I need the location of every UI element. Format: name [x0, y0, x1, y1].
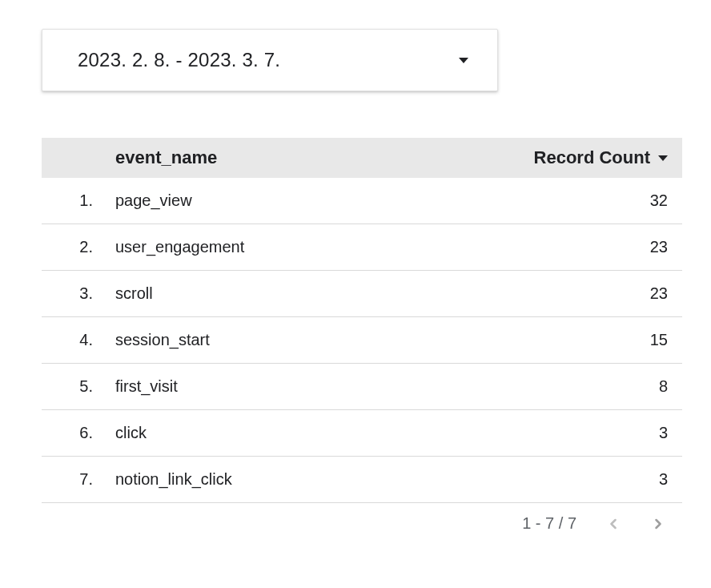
caret-down-icon — [459, 58, 468, 63]
table-body: 1.page_view322.user_engagement233.scroll… — [42, 178, 682, 503]
table-row: 3.scroll23 — [42, 271, 682, 317]
row-record-count: 8 — [490, 377, 682, 396]
row-index: 2. — [42, 238, 115, 256]
row-index: 4. — [42, 331, 115, 349]
row-record-count: 32 — [490, 191, 682, 210]
row-event-name: first_visit — [115, 377, 490, 396]
header-record-count-label: Record Count — [534, 147, 650, 168]
table-header-row: event_name Record Count — [42, 138, 682, 178]
table-row: 6.click3 — [42, 410, 682, 457]
row-index: 3. — [42, 284, 115, 303]
row-index: 6. — [42, 424, 115, 442]
row-index: 7. — [42, 470, 115, 489]
row-record-count: 23 — [490, 238, 682, 256]
row-event-name: click — [115, 424, 490, 442]
row-event-name: session_start — [115, 331, 490, 349]
row-index: 5. — [42, 377, 115, 396]
header-record-count[interactable]: Record Count — [490, 147, 682, 168]
row-index: 1. — [42, 191, 115, 210]
pagination-info: 1 - 7 / 7 — [522, 514, 576, 533]
prev-page-button[interactable] — [605, 516, 621, 532]
table-row: 7.notion_link_click3 — [42, 457, 682, 503]
next-page-button[interactable] — [650, 516, 666, 532]
chevron-left-icon — [605, 516, 621, 532]
header-event-name[interactable]: event_name — [115, 147, 490, 168]
row-record-count: 23 — [490, 284, 682, 303]
row-record-count: 3 — [490, 424, 682, 442]
sort-desc-icon — [658, 155, 668, 161]
date-range-selector[interactable]: 2023. 2. 8. - 2023. 3. 7. — [42, 29, 498, 91]
row-event-name: scroll — [115, 284, 490, 303]
row-record-count: 3 — [490, 470, 682, 489]
chevron-right-icon — [650, 516, 666, 532]
date-range-label: 2023. 2. 8. - 2023. 3. 7. — [78, 49, 280, 71]
table-row: 4.session_start15 — [42, 317, 682, 364]
table-row: 2.user_engagement23 — [42, 224, 682, 271]
table-row: 5.first_visit8 — [42, 364, 682, 410]
table-row: 1.page_view32 — [42, 178, 682, 224]
row-record-count: 15 — [490, 331, 682, 349]
row-event-name: user_engagement — [115, 238, 490, 256]
row-event-name: notion_link_click — [115, 470, 490, 489]
event-table: event_name Record Count 1.page_view322.u… — [42, 138, 682, 533]
row-event-name: page_view — [115, 191, 490, 210]
pagination-nav — [605, 516, 666, 532]
table-footer: 1 - 7 / 7 — [42, 503, 682, 533]
